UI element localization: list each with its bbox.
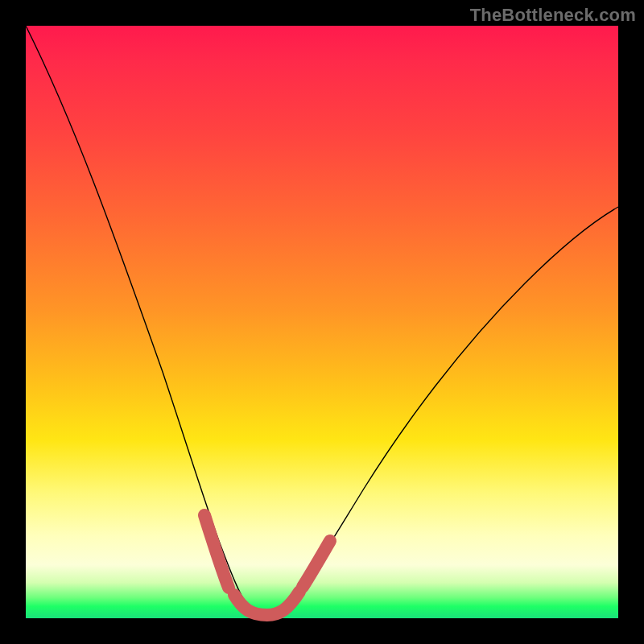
highlight-trough (234, 592, 299, 615)
highlight-right-ascent (303, 541, 330, 587)
plot-area (26, 26, 618, 618)
curve-layer (26, 26, 618, 618)
bottleneck-curve (26, 26, 618, 616)
watermark-text: TheBottleneck.com (470, 5, 636, 26)
highlight-left-descent (204, 515, 229, 588)
chart-frame: TheBottleneck.com (0, 0, 644, 644)
